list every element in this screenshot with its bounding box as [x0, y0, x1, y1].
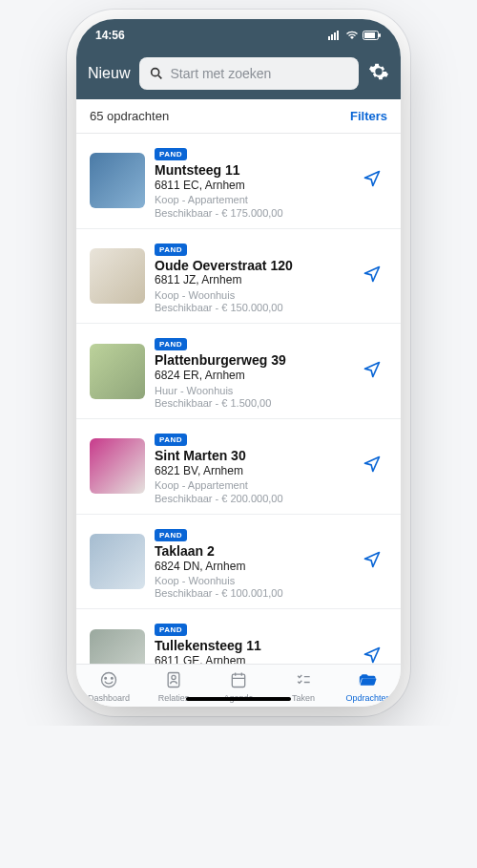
listing-meta: Koop - Woonhuis [155, 288, 347, 302]
listing-badge: PAND [155, 434, 187, 446]
status-indicators [328, 31, 382, 40]
listing-thumbnail [90, 344, 145, 399]
listings-list[interactable]: PANDMuntsteeg 116811 EC, ArnhemKoop - Ap… [76, 134, 401, 664]
listing-title: Sint Marten 30 [155, 448, 347, 464]
listing-badge: PAND [155, 243, 187, 256]
listing-content: PANDTullekensteeg 116811 GE, ArnhemKoop … [155, 619, 347, 664]
listing-meta: Huur - Woonhuis [155, 384, 347, 397]
listing-item[interactable]: PANDSint Marten 306821 BV, ArnhemKoop - … [76, 419, 401, 515]
phone-frame: 14:56 Nieuw 65 opdrachten Filters PANDMu… [76, 19, 401, 707]
tab-icon [164, 670, 183, 691]
listing-title: Oude Oeverstraat 120 [155, 258, 347, 274]
tab-label: Dashboard [88, 693, 130, 703]
tab-icon [99, 670, 118, 691]
listing-thumbnail [90, 248, 145, 304]
listing-content: PANDTaklaan 26824 DN, ArnhemKoop - Woonh… [155, 524, 347, 600]
listing-title: Plattenburgerweg 39 [155, 352, 347, 369]
listing-content: PANDOude Oeverstraat 1206811 JZ, ArnhemK… [155, 239, 347, 314]
svg-point-13 [172, 675, 176, 679]
listing-item[interactable]: PANDOude Oeverstraat 1206811 JZ, ArnhemK… [76, 229, 401, 325]
listing-badge: PAND [155, 529, 187, 541]
listing-status: Beschikbaar - € 100.001,00 [155, 587, 347, 599]
svg-point-10 [105, 678, 107, 680]
tab-opdrachten[interactable]: Opdrachten [336, 670, 401, 703]
tab-dashboard[interactable]: Dashboard [76, 670, 141, 703]
listing-status: Beschikbaar - € 1.500,00 [155, 397, 347, 409]
svg-rect-1 [331, 34, 333, 40]
navigate-button[interactable] [357, 163, 387, 198]
search-input[interactable] [170, 66, 349, 81]
results-count: 65 opdrachten [90, 109, 169, 123]
tab-icon [359, 670, 378, 691]
navigate-icon [363, 460, 382, 476]
listing-meta: Koop - Woonhuis [155, 574, 347, 587]
listing-location: 6824 DN, Arnhem [155, 560, 347, 575]
subheader: 65 opdrachten Filters [76, 99, 401, 134]
tab-icon [229, 670, 248, 691]
navigate-button[interactable] [357, 259, 387, 293]
listing-item[interactable]: PANDTaklaan 26824 DN, ArnhemKoop - Woonh… [76, 515, 401, 610]
filters-button[interactable]: Filters [350, 109, 387, 123]
svg-rect-2 [334, 32, 336, 40]
listing-content: PANDMuntsteeg 116811 EC, ArnhemKoop - Ap… [155, 143, 347, 219]
header-title: Nieuw [88, 65, 130, 82]
listing-thumbnail [90, 153, 145, 208]
status-time: 14:56 [95, 29, 125, 42]
svg-rect-14 [232, 674, 244, 687]
svg-point-11 [112, 678, 114, 680]
navigate-button[interactable] [357, 354, 387, 389]
listing-location: 6821 BV, Arnhem [155, 464, 347, 479]
listing-meta: Koop - Appartement [155, 478, 347, 492]
listing-thumbnail [90, 438, 145, 494]
listing-location: 6824 ER, Arnhem [155, 369, 347, 384]
navigate-icon [363, 270, 382, 286]
listing-content: PANDSint Marten 306821 BV, ArnhemKoop - … [155, 429, 347, 504]
listing-status: Beschikbaar - € 200.000,00 [155, 493, 347, 504]
navigate-button[interactable] [357, 449, 387, 483]
listing-thumbnail [90, 534, 145, 589]
gear-icon [368, 61, 389, 82]
listing-status: Beschikbaar - € 175.000,00 [155, 207, 347, 219]
svg-rect-3 [337, 31, 339, 40]
listing-meta: Koop - Appartement [155, 193, 347, 206]
svg-rect-0 [328, 36, 330, 40]
home-indicator [186, 697, 291, 701]
tab-label: Opdrachten [345, 693, 390, 703]
tab-label: Taken [292, 693, 315, 703]
listing-status: Beschikbaar - € 150.000,00 [155, 302, 347, 313]
svg-point-7 [152, 69, 159, 76]
svg-line-8 [158, 75, 161, 78]
svg-rect-5 [364, 32, 375, 38]
navigate-button[interactable] [357, 640, 387, 664]
listing-title: Tullekensteeg 11 [155, 638, 347, 654]
navigate-button[interactable] [357, 544, 387, 579]
listing-item[interactable]: PANDTullekensteeg 116811 GE, ArnhemKoop … [76, 609, 401, 664]
listing-thumbnail [90, 629, 145, 664]
navigate-icon [363, 556, 382, 572]
listing-item[interactable]: PANDMuntsteeg 116811 EC, ArnhemKoop - Ap… [76, 134, 401, 229]
tab-label: Relaties [158, 693, 190, 703]
status-bar: 14:56 [76, 19, 401, 52]
navigate-icon [363, 175, 382, 191]
listing-location: 6811 EC, Arnhem [155, 179, 347, 194]
listing-badge: PAND [155, 338, 187, 350]
listing-badge: PAND [155, 624, 187, 636]
search-box[interactable] [139, 57, 359, 90]
listing-item[interactable]: PANDPlattenburgerweg 396824 ER, ArnhemHu… [76, 324, 401, 419]
search-icon [149, 66, 164, 81]
listing-title: Taklaan 2 [155, 543, 347, 560]
app-header: Nieuw [76, 52, 401, 99]
settings-button[interactable] [368, 61, 389, 86]
navigate-icon [363, 651, 382, 664]
svg-point-9 [102, 673, 116, 688]
svg-rect-6 [379, 33, 381, 37]
navigate-icon [363, 366, 382, 382]
listing-badge: PAND [155, 148, 187, 160]
listing-title: Muntsteeg 11 [155, 162, 347, 179]
listing-location: 6811 JZ, Arnhem [155, 273, 347, 288]
listing-content: PANDPlattenburgerweg 396824 ER, ArnhemHu… [155, 333, 347, 409]
tab-icon [294, 670, 313, 691]
listing-location: 6811 GE, Arnhem [155, 654, 347, 664]
